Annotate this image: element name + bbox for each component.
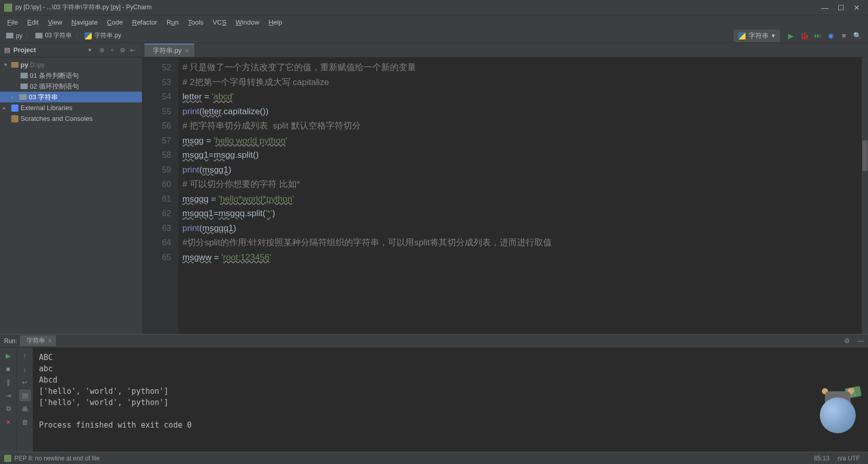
run-sidebar-left: ▶ ■ ‖ ⇥ ⧉ ✕ [0, 348, 16, 452]
menu-vcs[interactable]: VCS [209, 17, 231, 28]
code-editor[interactable]: 5253545556575859606162636465 # 只是做了一个方法改… [142, 57, 868, 334]
arrow-right-icon: ▸ [3, 105, 9, 111]
run-tab-label: 字符串 [27, 336, 45, 345]
arrow-down-icon: ▼ [3, 62, 9, 68]
rerun-button[interactable]: ▶ [3, 350, 14, 361]
run-config-label: 字符串 [749, 31, 769, 40]
settings-button[interactable]: ⚙ [117, 45, 128, 55]
status-icon [4, 455, 11, 462]
expand-all-button[interactable]: ÷ [107, 45, 117, 55]
hide-button[interactable]: ⇤ [128, 45, 138, 55]
wrap-button[interactable]: ↩ [19, 376, 31, 388]
run-coverage-button[interactable]: ⏭ [812, 30, 823, 41]
crumb-root[interactable]: py [4, 32, 25, 39]
python-icon [738, 32, 746, 39]
tree-scratches[interactable]: Scratches and Consoles [0, 113, 142, 124]
down-button[interactable]: ↓ [19, 363, 31, 374]
crumb-sep: 〉 [74, 31, 82, 40]
window-title: py [D:\py] - ...\03 字符串\字符串.py [py] - Py… [15, 3, 821, 12]
crumb-sep: 〉 [25, 31, 33, 40]
update-button[interactable]: ◉ [825, 30, 836, 41]
menu-code[interactable]: Code [103, 17, 127, 28]
run-sidebar-right: ↑ ↓ ↩ ▤ 🖶 🗑 [16, 348, 33, 452]
up-button[interactable]: ↑ [19, 350, 31, 361]
folder-icon [11, 62, 18, 68]
run-hide-button[interactable]: — [857, 337, 864, 345]
clear-button[interactable]: 🗑 [19, 416, 31, 428]
tree-item-label: Scratches and Consoles [20, 115, 93, 122]
close-tab-button[interactable]: ✕ [48, 338, 52, 344]
pause-button[interactable]: ‖ [3, 376, 14, 388]
stop-button[interactable]: ■ [3, 363, 14, 374]
structure-button[interactable]: ≡ [838, 30, 850, 41]
print-button[interactable]: 🖶 [19, 403, 31, 414]
project-icon: ▤ [4, 46, 10, 54]
statusbar: PEP 8: no newline at end of file 65:13 n… [0, 452, 868, 464]
menu-edit[interactable]: Edit [23, 17, 43, 28]
menu-file[interactable]: File [3, 17, 22, 28]
menu-navigate[interactable]: Navigate [67, 17, 101, 28]
editor-area: 字符串.py ✕ 5253545556575859606162636465 # … [142, 43, 868, 334]
main-area: ▤ Project ▾ ⊕ ÷ ⚙ ⇤ ▼ py D:\py 01 条件判断语句… [0, 43, 868, 334]
run-settings-button[interactable]: ⚙ [844, 337, 850, 345]
close-button[interactable]: ✕ [854, 4, 860, 12]
folder-icon [6, 33, 13, 38]
tree-item-2[interactable]: 02 循环控制语句 [0, 81, 142, 92]
library-icon [11, 104, 18, 112]
tree-item-1[interactable]: 01 条件判断语句 [0, 70, 142, 81]
menu-window[interactable]: Window [232, 17, 263, 28]
crumb-file[interactable]: 字符串.py [82, 31, 123, 40]
search-button[interactable]: 🔍 [852, 30, 863, 41]
debug-button[interactable]: 🐞 [798, 30, 810, 41]
run-button[interactable]: ▶ [785, 30, 796, 41]
minimize-button[interactable]: — [821, 4, 829, 12]
chevron-down-icon[interactable]: ▾ [88, 46, 92, 54]
tree-external-libs[interactable]: ▸ External Libraries [0, 102, 142, 113]
folder-icon [35, 33, 43, 38]
tree-item-label: External Libraries [20, 104, 72, 112]
menu-refactor[interactable]: Refactor [128, 17, 161, 28]
dump-button[interactable]: ⧉ [3, 403, 14, 414]
menu-tools[interactable]: Tools [184, 17, 208, 28]
exit-button[interactable]: ⇥ [3, 390, 14, 401]
folder-icon [20, 83, 28, 89]
run-body: ▶ ■ ‖ ⇥ ⧉ ✕ ↑ ↓ ↩ ▤ 🖶 🗑 ABC abc Abcd ['h… [0, 348, 868, 452]
scroll-to-end-button[interactable]: ▤ [19, 390, 31, 401]
menubar: File Edit View Navigate Code Refactor Ru… [0, 15, 868, 29]
editor-tab[interactable]: 字符串.py ✕ [144, 44, 194, 57]
tree-item-label: 02 循环控制语句 [30, 82, 79, 91]
project-header: ▤ Project ▾ ⊕ ÷ ⚙ ⇤ [0, 43, 142, 57]
scroll-from-source-button[interactable]: ⊕ [97, 45, 107, 55]
maximize-button[interactable]: ☐ [838, 4, 844, 12]
status-hint: PEP 8: no newline at end of file [14, 455, 100, 462]
menu-help[interactable]: Help [264, 17, 286, 28]
crumb-folder[interactable]: 03 字符串 [33, 31, 74, 40]
code-content[interactable]: # 只是做了一个方法改变了它的值，重新赋值给一个新的变量# 2把第一个字母转换成… [178, 57, 868, 334]
encoding-indicator[interactable]: n/a UTF [834, 455, 864, 462]
menu-view[interactable]: View [44, 17, 66, 28]
editor-scrollbar[interactable] [862, 57, 868, 334]
crumb-file-label: 字符串.py [94, 31, 121, 40]
folder-icon [19, 94, 27, 100]
close-run-button[interactable]: ✕ [3, 416, 14, 428]
line-gutter: 5253545556575859606162636465 [142, 57, 178, 334]
cursor-position[interactable]: 65:13 [810, 455, 834, 462]
folder-icon [20, 73, 28, 78]
run-config-selector[interactable]: 字符串 ▾ [734, 30, 780, 42]
run-tab[interactable]: 字符串 ✕ [20, 335, 56, 346]
tree-root-path: D:\py [30, 61, 45, 69]
menu-run[interactable]: Run [162, 17, 183, 28]
chevron-down-icon: ▾ [772, 32, 775, 39]
run-label: Run: [4, 338, 17, 345]
crumb-root-label: py [16, 32, 23, 39]
mascot-body-icon [820, 397, 856, 433]
console-output[interactable]: ABC abc Abcd ['hello', 'world', 'python'… [33, 348, 868, 452]
navbar: py 〉 03 字符串 〉 字符串.py 字符串 ▾ ▶ 🐞 ⏭ ◉ ≡ 🔍 [0, 29, 868, 43]
scrollbar-thumb[interactable] [862, 140, 867, 171]
close-tab-button[interactable]: ✕ [184, 48, 189, 54]
tree-root[interactable]: ▼ py D:\py [0, 59, 142, 70]
run-header: Run: 字符串 ✕ ⚙ — [0, 334, 868, 348]
tree-item-3[interactable]: ▸ 03 字符串 [0, 92, 142, 102]
project-panel: ▤ Project ▾ ⊕ ÷ ⚙ ⇤ ▼ py D:\py 01 条件判断语句… [0, 43, 142, 334]
arrow-right-icon: ▸ [11, 94, 17, 100]
